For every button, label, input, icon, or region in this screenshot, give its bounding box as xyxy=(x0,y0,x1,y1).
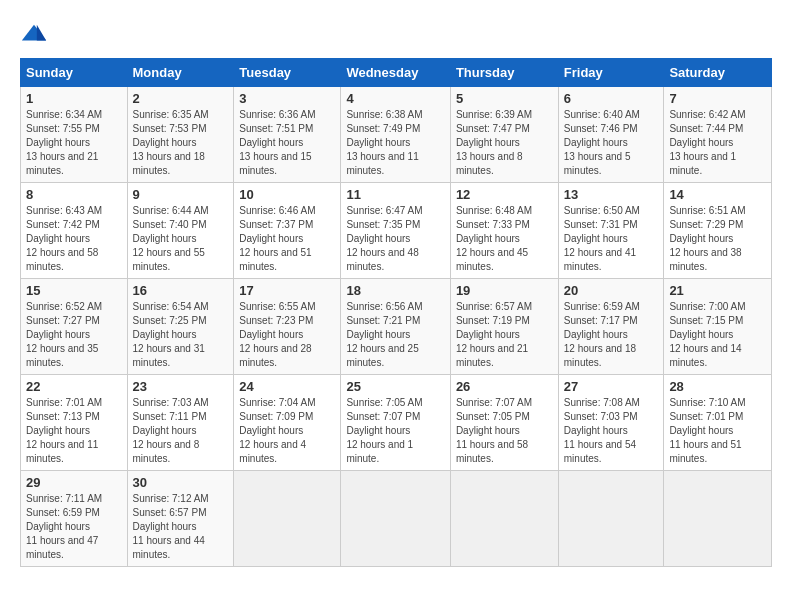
calendar-day-cell: 21Sunrise: 7:00 AMSunset: 7:15 PMDayligh… xyxy=(664,279,772,375)
weekday-header-tuesday: Tuesday xyxy=(234,59,341,87)
day-detail: Sunrise: 6:42 AMSunset: 7:44 PMDaylight … xyxy=(669,108,766,178)
day-detail: Sunrise: 7:00 AMSunset: 7:15 PMDaylight … xyxy=(669,300,766,370)
day-detail: Sunrise: 6:34 AMSunset: 7:55 PMDaylight … xyxy=(26,108,122,178)
day-number: 19 xyxy=(456,283,553,298)
day-number: 11 xyxy=(346,187,444,202)
day-detail: Sunrise: 6:56 AMSunset: 7:21 PMDaylight … xyxy=(346,300,444,370)
weekday-header-saturday: Saturday xyxy=(664,59,772,87)
day-number: 9 xyxy=(133,187,229,202)
calendar-day-cell: 14Sunrise: 6:51 AMSunset: 7:29 PMDayligh… xyxy=(664,183,772,279)
calendar-day-cell: 1Sunrise: 6:34 AMSunset: 7:55 PMDaylight… xyxy=(21,87,128,183)
calendar-day-cell: 9Sunrise: 6:44 AMSunset: 7:40 PMDaylight… xyxy=(127,183,234,279)
day-number: 20 xyxy=(564,283,659,298)
logo xyxy=(20,20,52,48)
calendar-day-cell: 10Sunrise: 6:46 AMSunset: 7:37 PMDayligh… xyxy=(234,183,341,279)
day-detail: Sunrise: 6:46 AMSunset: 7:37 PMDaylight … xyxy=(239,204,335,274)
calendar-day-cell xyxy=(664,471,772,567)
day-detail: Sunrise: 6:55 AMSunset: 7:23 PMDaylight … xyxy=(239,300,335,370)
day-number: 7 xyxy=(669,91,766,106)
day-number: 18 xyxy=(346,283,444,298)
day-number: 16 xyxy=(133,283,229,298)
day-detail: Sunrise: 6:48 AMSunset: 7:33 PMDaylight … xyxy=(456,204,553,274)
day-detail: Sunrise: 6:50 AMSunset: 7:31 PMDaylight … xyxy=(564,204,659,274)
day-detail: Sunrise: 6:59 AMSunset: 7:17 PMDaylight … xyxy=(564,300,659,370)
weekday-header-monday: Monday xyxy=(127,59,234,87)
calendar-day-cell: 26Sunrise: 7:07 AMSunset: 7:05 PMDayligh… xyxy=(450,375,558,471)
day-detail: Sunrise: 6:38 AMSunset: 7:49 PMDaylight … xyxy=(346,108,444,178)
day-detail: Sunrise: 7:08 AMSunset: 7:03 PMDaylight … xyxy=(564,396,659,466)
day-detail: Sunrise: 6:36 AMSunset: 7:51 PMDaylight … xyxy=(239,108,335,178)
day-number: 15 xyxy=(26,283,122,298)
day-detail: Sunrise: 6:57 AMSunset: 7:19 PMDaylight … xyxy=(456,300,553,370)
day-number: 28 xyxy=(669,379,766,394)
calendar-day-cell xyxy=(341,471,450,567)
day-number: 29 xyxy=(26,475,122,490)
calendar-day-cell: 19Sunrise: 6:57 AMSunset: 7:19 PMDayligh… xyxy=(450,279,558,375)
day-detail: Sunrise: 7:11 AMSunset: 6:59 PMDaylight … xyxy=(26,492,122,562)
calendar-week-row: 8Sunrise: 6:43 AMSunset: 7:42 PMDaylight… xyxy=(21,183,772,279)
calendar-week-row: 29Sunrise: 7:11 AMSunset: 6:59 PMDayligh… xyxy=(21,471,772,567)
calendar-day-cell: 3Sunrise: 6:36 AMSunset: 7:51 PMDaylight… xyxy=(234,87,341,183)
calendar-day-cell xyxy=(558,471,664,567)
calendar-day-cell: 17Sunrise: 6:55 AMSunset: 7:23 PMDayligh… xyxy=(234,279,341,375)
calendar-day-cell: 15Sunrise: 6:52 AMSunset: 7:27 PMDayligh… xyxy=(21,279,128,375)
calendar-week-row: 22Sunrise: 7:01 AMSunset: 7:13 PMDayligh… xyxy=(21,375,772,471)
day-number: 27 xyxy=(564,379,659,394)
calendar-table: SundayMondayTuesdayWednesdayThursdayFrid… xyxy=(20,58,772,567)
calendar-day-cell: 16Sunrise: 6:54 AMSunset: 7:25 PMDayligh… xyxy=(127,279,234,375)
day-number: 22 xyxy=(26,379,122,394)
day-number: 26 xyxy=(456,379,553,394)
calendar-day-cell: 7Sunrise: 6:42 AMSunset: 7:44 PMDaylight… xyxy=(664,87,772,183)
calendar-day-cell: 13Sunrise: 6:50 AMSunset: 7:31 PMDayligh… xyxy=(558,183,664,279)
day-detail: Sunrise: 6:54 AMSunset: 7:25 PMDaylight … xyxy=(133,300,229,370)
weekday-header-row: SundayMondayTuesdayWednesdayThursdayFrid… xyxy=(21,59,772,87)
day-number: 14 xyxy=(669,187,766,202)
day-number: 21 xyxy=(669,283,766,298)
day-number: 23 xyxy=(133,379,229,394)
weekday-header-sunday: Sunday xyxy=(21,59,128,87)
weekday-header-thursday: Thursday xyxy=(450,59,558,87)
day-number: 10 xyxy=(239,187,335,202)
day-number: 24 xyxy=(239,379,335,394)
calendar-day-cell: 22Sunrise: 7:01 AMSunset: 7:13 PMDayligh… xyxy=(21,375,128,471)
day-number: 3 xyxy=(239,91,335,106)
calendar-day-cell: 28Sunrise: 7:10 AMSunset: 7:01 PMDayligh… xyxy=(664,375,772,471)
day-number: 12 xyxy=(456,187,553,202)
day-detail: Sunrise: 6:39 AMSunset: 7:47 PMDaylight … xyxy=(456,108,553,178)
day-detail: Sunrise: 7:12 AMSunset: 6:57 PMDaylight … xyxy=(133,492,229,562)
day-detail: Sunrise: 7:10 AMSunset: 7:01 PMDaylight … xyxy=(669,396,766,466)
calendar-day-cell: 18Sunrise: 6:56 AMSunset: 7:21 PMDayligh… xyxy=(341,279,450,375)
calendar-day-cell: 6Sunrise: 6:40 AMSunset: 7:46 PMDaylight… xyxy=(558,87,664,183)
day-detail: Sunrise: 7:01 AMSunset: 7:13 PMDaylight … xyxy=(26,396,122,466)
page-header xyxy=(20,20,772,48)
calendar-day-cell: 29Sunrise: 7:11 AMSunset: 6:59 PMDayligh… xyxy=(21,471,128,567)
calendar-day-cell: 8Sunrise: 6:43 AMSunset: 7:42 PMDaylight… xyxy=(21,183,128,279)
calendar-day-cell: 27Sunrise: 7:08 AMSunset: 7:03 PMDayligh… xyxy=(558,375,664,471)
day-detail: Sunrise: 7:04 AMSunset: 7:09 PMDaylight … xyxy=(239,396,335,466)
day-detail: Sunrise: 6:43 AMSunset: 7:42 PMDaylight … xyxy=(26,204,122,274)
day-detail: Sunrise: 6:52 AMSunset: 7:27 PMDaylight … xyxy=(26,300,122,370)
day-detail: Sunrise: 6:51 AMSunset: 7:29 PMDaylight … xyxy=(669,204,766,274)
day-detail: Sunrise: 7:05 AMSunset: 7:07 PMDaylight … xyxy=(346,396,444,466)
day-detail: Sunrise: 6:44 AMSunset: 7:40 PMDaylight … xyxy=(133,204,229,274)
calendar-day-cell: 20Sunrise: 6:59 AMSunset: 7:17 PMDayligh… xyxy=(558,279,664,375)
day-number: 13 xyxy=(564,187,659,202)
svg-marker-1 xyxy=(37,25,46,41)
calendar-day-cell: 30Sunrise: 7:12 AMSunset: 6:57 PMDayligh… xyxy=(127,471,234,567)
calendar-day-cell: 11Sunrise: 6:47 AMSunset: 7:35 PMDayligh… xyxy=(341,183,450,279)
day-number: 6 xyxy=(564,91,659,106)
day-number: 5 xyxy=(456,91,553,106)
day-detail: Sunrise: 7:07 AMSunset: 7:05 PMDaylight … xyxy=(456,396,553,466)
day-number: 25 xyxy=(346,379,444,394)
calendar-day-cell: 5Sunrise: 6:39 AMSunset: 7:47 PMDaylight… xyxy=(450,87,558,183)
day-number: 1 xyxy=(26,91,122,106)
calendar-week-row: 15Sunrise: 6:52 AMSunset: 7:27 PMDayligh… xyxy=(21,279,772,375)
logo-icon xyxy=(20,20,48,48)
calendar-day-cell: 23Sunrise: 7:03 AMSunset: 7:11 PMDayligh… xyxy=(127,375,234,471)
day-number: 2 xyxy=(133,91,229,106)
calendar-day-cell: 24Sunrise: 7:04 AMSunset: 7:09 PMDayligh… xyxy=(234,375,341,471)
day-number: 17 xyxy=(239,283,335,298)
day-detail: Sunrise: 6:40 AMSunset: 7:46 PMDaylight … xyxy=(564,108,659,178)
day-detail: Sunrise: 6:47 AMSunset: 7:35 PMDaylight … xyxy=(346,204,444,274)
day-detail: Sunrise: 7:03 AMSunset: 7:11 PMDaylight … xyxy=(133,396,229,466)
